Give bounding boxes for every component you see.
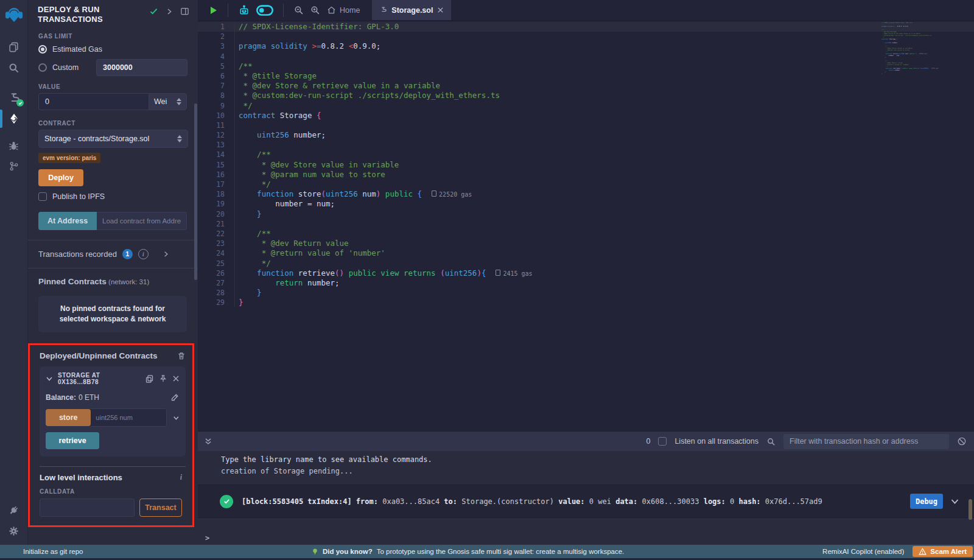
code-line[interactable]: 14 /** bbox=[198, 150, 974, 159]
sidebar-item-search[interactable] bbox=[0, 57, 27, 78]
code-line[interactable]: 18 function store(uint256 num) public {2… bbox=[198, 189, 974, 199]
info-icon[interactable]: i bbox=[138, 249, 149, 259]
code-line[interactable]: 21 bbox=[198, 219, 974, 229]
estimated-gas-radio[interactable] bbox=[38, 45, 47, 54]
zoom-in-button[interactable] bbox=[310, 5, 320, 15]
store-argument-input[interactable] bbox=[91, 408, 167, 427]
code-line[interactable]: 2 bbox=[198, 32, 974, 41]
code-line[interactable]: 15 * @dev Store value in variable bbox=[198, 160, 974, 170]
tab-storage-sol[interactable]: Storage.sol bbox=[372, 0, 451, 20]
panel-scrollbar[interactable] bbox=[194, 103, 197, 280]
close-icon[interactable] bbox=[437, 7, 444, 13]
deploy-button[interactable]: Deploy bbox=[38, 169, 83, 186]
trash-icon[interactable] bbox=[177, 351, 186, 360]
sidebar-item-file-explorer[interactable] bbox=[0, 37, 27, 57]
scam-alert-button[interactable]: Scam Alert bbox=[913, 546, 973, 557]
terminal-scrollbar[interactable] bbox=[969, 499, 972, 520]
store-function-button[interactable]: store bbox=[46, 409, 91, 426]
ai-copilot-button[interactable] bbox=[238, 4, 250, 16]
pin-icon[interactable] bbox=[159, 374, 167, 383]
line-number: 10 bbox=[198, 111, 234, 121]
info-icon[interactable]: i bbox=[177, 473, 186, 482]
run-script-button[interactable] bbox=[208, 5, 218, 15]
contract-instance-label: STORAGE AT 0X136...8B78 bbox=[58, 372, 140, 385]
ban-icon[interactable] bbox=[957, 436, 967, 446]
sidebar-item-solidity-compiler[interactable] bbox=[0, 88, 27, 108]
chevron-down-icon[interactable] bbox=[173, 414, 180, 422]
code-text: */ bbox=[234, 180, 271, 189]
code-line[interactable]: 13 bbox=[198, 140, 974, 150]
code-line[interactable]: 23 * @dev Return value bbox=[198, 239, 974, 248]
contract-select[interactable]: Storage - contracts/Storage.sol bbox=[38, 130, 188, 148]
code-line[interactable]: 16 * @param num value to store bbox=[198, 170, 974, 180]
sidebar-item-plugin-manager[interactable] bbox=[0, 500, 27, 520]
code-line[interactable]: 24 * @return value of 'number' bbox=[198, 248, 974, 258]
transaction-filter-input[interactable] bbox=[783, 434, 949, 449]
code-line[interactable]: 26 function retrieve() public view retur… bbox=[198, 268, 974, 278]
transactions-recorded-row[interactable]: Transactions recorded 1 i bbox=[27, 240, 198, 268]
chevron-down-icon[interactable] bbox=[46, 375, 53, 382]
line-number: 8 bbox=[198, 91, 234, 100]
code-line[interactable]: 20 } bbox=[198, 209, 974, 219]
git-init-status[interactable]: Initialize as git repo bbox=[23, 548, 83, 555]
code-line[interactable]: 5/** bbox=[198, 61, 974, 71]
transaction-log-row[interactable]: [block:5583405 txIndex:4] from: 0xa03...… bbox=[198, 485, 974, 518]
chevron-down-icon[interactable] bbox=[950, 497, 959, 506]
close-icon[interactable] bbox=[172, 375, 180, 382]
publish-ipfs-checkbox[interactable] bbox=[38, 192, 47, 201]
code-line[interactable]: 28 } bbox=[198, 288, 974, 298]
deployed-contracts-title: Deployed/Unpinned Contracts bbox=[40, 351, 169, 360]
code-line[interactable]: 6 * @title Storage bbox=[198, 71, 974, 81]
code-line[interactable]: 19 number = num; bbox=[198, 199, 974, 209]
double-chevron-down-icon[interactable] bbox=[204, 437, 212, 446]
calldata-input[interactable] bbox=[40, 499, 135, 517]
columns-icon[interactable] bbox=[180, 7, 189, 16]
panel-title: DEPLOY & RUN TRANSACTIONS bbox=[38, 5, 135, 24]
code-line[interactable]: 8 * @custom:dev-run-script ./scripts/dep… bbox=[198, 91, 974, 100]
editor-minimap[interactable]: // SPDX-License-Identifier: GPL-3.0pragm… bbox=[881, 22, 922, 75]
code-line[interactable]: 10contract Storage { bbox=[198, 111, 974, 121]
gear-icon bbox=[8, 525, 19, 537]
code-line[interactable]: 22 /** bbox=[198, 229, 974, 239]
custom-gas-input[interactable] bbox=[96, 59, 187, 76]
sidebar-item-settings[interactable] bbox=[0, 520, 27, 541]
home-tab-button[interactable]: Home bbox=[327, 5, 360, 15]
value-input[interactable] bbox=[38, 93, 149, 110]
code-line[interactable]: 9 */ bbox=[198, 101, 974, 111]
chevron-right-icon[interactable] bbox=[163, 251, 169, 257]
debug-button[interactable]: Debug bbox=[910, 494, 943, 509]
contract-selected-value: Storage - contracts/Storage.sol bbox=[44, 135, 149, 143]
code-line[interactable]: 3pragma solidity >=0.8.2 <0.9.0; bbox=[198, 41, 974, 51]
terminal-output[interactable]: Type the library name to see available c… bbox=[198, 451, 974, 542]
code-line[interactable]: 29} bbox=[198, 298, 974, 307]
custom-gas-radio[interactable] bbox=[38, 63, 47, 72]
transact-button[interactable]: Transact bbox=[139, 499, 182, 517]
copy-icon[interactable] bbox=[145, 374, 154, 383]
sidebar-item-git[interactable] bbox=[0, 156, 27, 177]
code-line[interactable]: 7 * @dev Store & retrieve value in a var… bbox=[198, 81, 974, 91]
terminal-prompt[interactable]: > bbox=[198, 518, 974, 542]
code-line[interactable]: 12 uint256 number; bbox=[198, 130, 974, 140]
chevron-right-icon[interactable] bbox=[166, 8, 173, 15]
at-address-input[interactable] bbox=[97, 212, 187, 230]
at-address-button[interactable]: At Address bbox=[38, 212, 97, 230]
retrieve-function-button[interactable]: retrieve bbox=[46, 432, 99, 449]
code-line[interactable]: 27 return number; bbox=[198, 278, 974, 288]
code-line[interactable]: 4 bbox=[198, 52, 974, 61]
zoom-out-button[interactable] bbox=[293, 5, 304, 15]
code-line[interactable]: 17 */ bbox=[198, 180, 974, 189]
code-line[interactable]: 11 bbox=[198, 121, 974, 130]
copilot-status[interactable]: RemixAI Copilot (enabled) bbox=[822, 548, 904, 555]
code-line[interactable]: 25 */ bbox=[198, 259, 974, 268]
listen-all-transactions-checkbox[interactable] bbox=[658, 437, 667, 446]
code-editor[interactable]: 1// SPDX-License-Identifier: GPL-3.023pr… bbox=[198, 21, 974, 307]
remix-logo[interactable] bbox=[0, 1, 27, 28]
value-unit-select[interactable]: Wei bbox=[149, 93, 187, 110]
line-number: 29 bbox=[198, 298, 234, 307]
divider bbox=[283, 4, 284, 17]
code-line[interactable]: 1// SPDX-License-Identifier: GPL-3.0 bbox=[198, 22, 974, 32]
edit-icon[interactable] bbox=[170, 393, 180, 402]
sidebar-item-deploy-run[interactable] bbox=[0, 108, 27, 129]
copilot-toggle[interactable] bbox=[256, 5, 273, 16]
sidebar-item-debugger[interactable] bbox=[0, 135, 27, 156]
